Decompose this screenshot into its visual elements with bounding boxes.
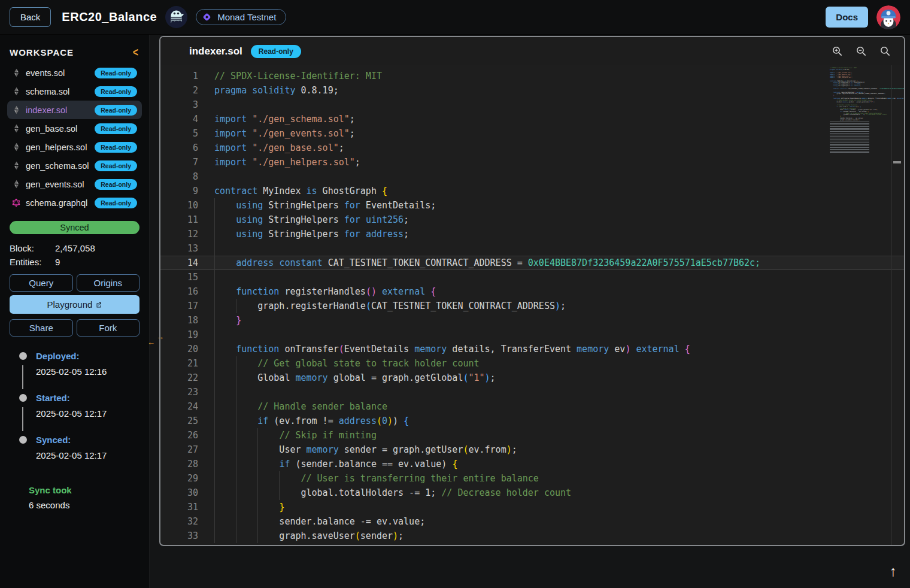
- network-badge[interactable]: Monad Testnet: [196, 9, 286, 25]
- line-number: 6: [160, 141, 198, 155]
- solidity-icon: [12, 68, 20, 77]
- code-line: 20 function onTransfer(EventDetails memo…: [160, 342, 904, 356]
- read-only-badge: Read-only: [95, 68, 137, 78]
- search-icon[interactable]: [879, 46, 891, 57]
- line-number: 16: [160, 284, 198, 299]
- line-number: 28: [160, 457, 198, 471]
- fork-button[interactable]: Fork: [77, 319, 140, 337]
- stat-row: Block:2,457,058: [0, 241, 149, 255]
- playground-button[interactable]: Playground: [10, 295, 139, 314]
- line-number: 12: [160, 227, 198, 241]
- code-line: 27 User memory sender = graph.getUser(ev…: [160, 442, 904, 457]
- workspace-sidebar: WORKSPACE < events.solRead-onlyschema.so…: [0, 35, 150, 588]
- indent-guide: [214, 399, 215, 414]
- scrollbar-handle[interactable]: [893, 161, 901, 163]
- solidity-icon: [12, 124, 20, 133]
- indent-guide: [257, 428, 258, 442]
- indent-guide: [214, 299, 215, 313]
- sidebar-resize-handle-icon[interactable]: → ←: [147, 334, 164, 348]
- indent-guide: [257, 457, 258, 471]
- sync-duration-value: 6 seconds: [29, 500, 149, 510]
- file-list: events.solRead-onlyschema.solRead-onlyin…: [0, 63, 149, 212]
- line-number: 8: [160, 169, 198, 184]
- app-shell: WORKSPACE < events.solRead-onlyschema.so…: [0, 35, 910, 588]
- stat-label: Entities:: [10, 257, 55, 267]
- timeline-dot: [19, 436, 27, 444]
- sidebar-file-gen_helpers-sol[interactable]: gen_helpers.solRead-only: [7, 138, 142, 156]
- sidebar-file-schema-graphql[interactable]: schema.graphqlRead-only: [7, 193, 142, 212]
- stats-block: Block:2,457,058Entities:9: [0, 241, 149, 269]
- code-line: 8: [160, 169, 904, 184]
- indent-guide: [236, 500, 236, 514]
- stat-label: Block:: [10, 243, 55, 253]
- sidebar-file-schema-sol[interactable]: schema.solRead-only: [7, 82, 142, 101]
- indent-guide: [214, 356, 215, 371]
- scrollbar-track: [891, 65, 892, 545]
- timeline-value: 2025-02-05 12:16: [36, 366, 139, 377]
- indent-guide: [279, 471, 280, 486]
- code-line: 21 // Get global state to track holder c…: [160, 356, 904, 371]
- zoom-in-icon[interactable]: [832, 46, 843, 57]
- line-number: 30: [160, 486, 198, 500]
- file-name: gen_events.sol: [26, 180, 89, 189]
- code-line: 7import "./gen_helpers.sol";: [160, 155, 904, 169]
- line-number: 10: [160, 198, 198, 213]
- graphql-icon: [12, 198, 20, 207]
- read-only-badge: Read-only: [95, 179, 137, 190]
- code-line: 15: [160, 270, 904, 284]
- line-number: 31: [160, 500, 198, 514]
- indent-guide: [236, 457, 236, 471]
- file-name: gen_schema.sol: [26, 161, 89, 171]
- indent-guide: [236, 385, 236, 399]
- collapse-sidebar-icon[interactable]: <: [133, 45, 138, 59]
- indent-guide: [214, 529, 215, 543]
- indent-guide: [214, 227, 215, 241]
- minimap[interactable]: // SPDX-License-Identifier: MITpragma so…: [827, 66, 893, 153]
- solidity-icon: [12, 105, 20, 114]
- indent-guide: [214, 198, 215, 213]
- read-only-badge: Read-only: [95, 86, 137, 97]
- timeline-label: Synced:: [36, 435, 139, 445]
- timeline-item: Deployed:2025-02-05 12:16: [10, 351, 139, 393]
- indent-guide: [214, 342, 215, 356]
- read-only-badge: Read-only: [95, 198, 137, 208]
- indent-guide: [214, 284, 215, 299]
- indent-guide: [236, 299, 236, 313]
- query-button[interactable]: Query: [10, 274, 73, 292]
- indent-guide: [257, 486, 258, 500]
- sidebar-file-events-sol[interactable]: events.solRead-only: [7, 63, 142, 82]
- sidebar-file-indexer-sol[interactable]: indexer.solRead-only: [7, 101, 142, 119]
- sidebar-file-gen_base-sol[interactable]: gen_base.solRead-only: [7, 119, 142, 138]
- zoom-out-icon[interactable]: [856, 46, 867, 57]
- avatar[interactable]: [876, 5, 900, 29]
- indent-guide: [279, 486, 280, 500]
- sync-duration: Sync took 6 seconds: [29, 485, 149, 510]
- sidebar-file-gen_schema-sol[interactable]: gen_schema.solRead-only: [7, 156, 142, 175]
- timeline-value: 2025-02-05 12:17: [36, 450, 139, 460]
- line-number: 4: [160, 112, 198, 126]
- code-area[interactable]: 1// SPDX-License-Identifier: MIT2pragma …: [160, 65, 904, 545]
- indent-guide: [214, 457, 215, 471]
- read-only-badge: Read-only: [95, 142, 137, 153]
- origins-button[interactable]: Origins: [77, 274, 140, 292]
- sidebar-file-gen_events-sol[interactable]: gen_events.solRead-only: [7, 175, 142, 193]
- top-bar: Back ERC20_Balance Monad Testnet Docs: [0, 0, 910, 35]
- code-line: 14 address constant CAT_TESTNET_TOKEN_CO…: [160, 256, 904, 270]
- code-line: 11 using StringHelpers for uint256;: [160, 213, 904, 227]
- indent-guide: [257, 442, 258, 457]
- code-line: 16 function registerHandles() external {: [160, 284, 904, 299]
- line-number: 15: [160, 270, 198, 284]
- docs-button[interactable]: Docs: [826, 7, 868, 28]
- indent-guide: [236, 442, 236, 457]
- indent-guide: [214, 213, 215, 227]
- line-number: 29: [160, 471, 198, 486]
- back-button[interactable]: Back: [10, 7, 51, 27]
- minimap-continuation: [830, 122, 869, 153]
- scroll-top-button[interactable]: ↑: [890, 564, 897, 578]
- code-line: 18 }: [160, 313, 904, 328]
- timeline-label: Started:: [36, 393, 139, 403]
- share-button[interactable]: Share: [10, 319, 73, 337]
- code-line: 31 }: [160, 500, 904, 514]
- indent-guide: [214, 385, 215, 399]
- timeline-item: Synced:2025-02-05 12:17: [10, 435, 139, 477]
